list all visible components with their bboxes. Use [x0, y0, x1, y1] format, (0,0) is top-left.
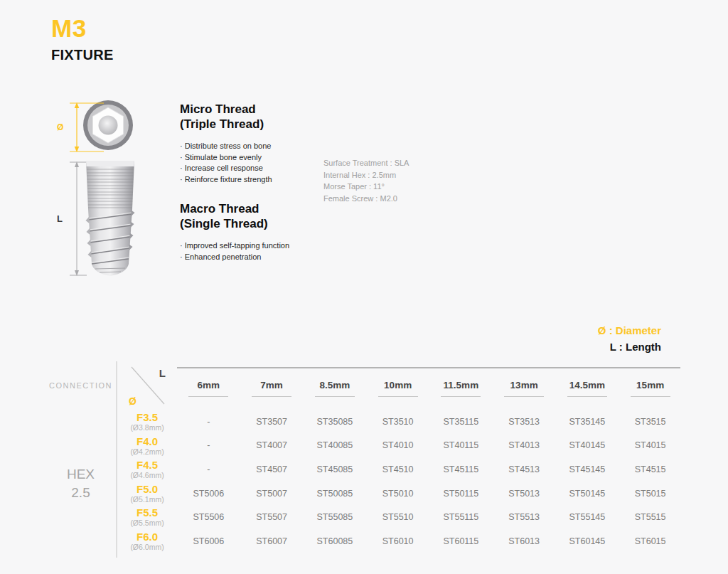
product-code-cell: ST45115	[429, 464, 493, 474]
implant-side-view	[86, 161, 135, 276]
row-label: F6.0(Ø6.0mm)	[117, 531, 177, 551]
length-dimension-arrow	[70, 161, 87, 276]
column-header: 7mm	[240, 361, 304, 410]
product-code-cell: ST50085	[304, 489, 367, 499]
product-code-cell: ST3507	[240, 417, 304, 427]
spec-lines: Surface Treatment : SLAInternal Hex : 2.…	[323, 157, 409, 204]
product-code-cell: ST4507	[240, 464, 304, 474]
product-code-cell: ST5007	[240, 489, 304, 499]
product-code-cell: ST6007	[240, 536, 304, 546]
legend-diameter: Ø : Diameter	[598, 322, 661, 339]
product-code-cell: ST6015	[619, 536, 682, 546]
product-code-cell: ST4007	[240, 440, 304, 450]
product-code-cell: ST60085	[304, 536, 367, 546]
product-code-cell: ST3510	[366, 417, 429, 427]
diameter-symbol-label: Ø	[57, 122, 63, 132]
column-header: 15mm	[619, 361, 682, 410]
column-header-row: L Ø 6mm7mm8.5mm10mm11.5mm13mm14.5mm15mm	[117, 361, 682, 410]
fixture-diameter-sub: (Ø5.5mm)	[117, 519, 177, 527]
spec-line: Surface Treatment : SLA	[323, 157, 409, 169]
table-row: F4.0(Ø4.2mm)-ST4007ST40085ST4010ST40115S…	[117, 434, 682, 458]
connection-value-line1: HEX	[67, 467, 95, 482]
product-code-cell: ST40085	[304, 440, 367, 450]
product-code-cell: ST55115	[429, 512, 493, 522]
product-code-cell: -	[177, 464, 240, 474]
product-code-cell: ST6006	[177, 536, 240, 546]
fixture-size-label: F5.0	[117, 484, 177, 494]
product-code-cell: ST60115	[429, 536, 493, 546]
macro-thread-bullets: · Improved self-tapping function· Enhanc…	[180, 240, 365, 262]
product-code-cell: ST45145	[556, 464, 619, 474]
product-code-cell: ST5506	[177, 512, 240, 522]
corner-length-symbol: L	[159, 367, 166, 379]
product-code-cell: ST60145	[556, 536, 619, 546]
fixture-diameter-sub: (Ø3.8mm)	[117, 424, 177, 432]
product-code-cell: ST3513	[493, 417, 556, 427]
product-code-cell: ST4510	[366, 464, 429, 474]
product-code-cell: ST4015	[619, 440, 682, 450]
micro-thread-heading-line2: (Triple Thread)	[180, 117, 358, 132]
row-label: F4.5(Ø4.6mm)	[117, 459, 177, 479]
product-code-cell: ST4010	[366, 440, 429, 450]
table-main: L Ø 6mm7mm8.5mm10mm11.5mm13mm14.5mm15mm …	[117, 361, 682, 558]
product-code-cell: ST5013	[493, 489, 556, 499]
corner-diameter-symbol: Ø	[129, 395, 136, 407]
macro-thread-heading-line2: (Single Thread)	[180, 216, 358, 231]
macro-bullet: · Enhanced penetration	[180, 252, 365, 263]
fixture-illustration: Ø L	[48, 93, 144, 284]
micro-thread-section: Micro Thread (Triple Thread)	[180, 102, 358, 132]
fixture-size-label: F4.5	[117, 459, 177, 470]
macro-thread-heading-line1: Macro Thread	[180, 201, 358, 216]
corner-cell: L Ø	[117, 361, 177, 410]
product-code-cell: ST6013	[493, 536, 556, 546]
product-code-cell: -	[177, 440, 240, 450]
fixture-size-label: F5.5	[117, 507, 177, 518]
product-code-cell: -	[177, 417, 240, 427]
column-header: 11.5mm	[429, 361, 493, 410]
product-code-cell: ST4013	[493, 440, 556, 450]
product-code-cell: ST5507	[240, 512, 304, 522]
micro-thread-heading-line1: Micro Thread	[180, 102, 358, 117]
implant-top-view	[83, 100, 133, 150]
row-label: F5.0(Ø5.1mm)	[117, 484, 177, 504]
product-code-cell: ST5515	[619, 512, 682, 522]
fixture-size-label: F6.0	[117, 531, 177, 542]
product-code-cell: ST3515	[619, 417, 682, 427]
column-header: 10mm	[366, 361, 429, 410]
catalog-page: M3 FIXTURE	[0, 0, 728, 574]
table-top-rule	[177, 367, 680, 368]
product-code-cell: ST35085	[304, 417, 367, 427]
product-code-cell: ST5510	[366, 512, 429, 522]
column-header: 13mm	[493, 361, 556, 410]
connection-value-line2: 2.5	[71, 485, 90, 500]
product-code-cell: ST4513	[493, 464, 556, 474]
diagonal-divider	[117, 361, 177, 410]
fixture-size-table: CONNECTION HEX 2.5 L Ø 6mm7mm8.5mm10mm11…	[46, 361, 682, 558]
page-subtitle: FIXTURE	[51, 47, 114, 63]
product-code-cell: ST55145	[556, 512, 619, 522]
product-code-cell: ST40115	[429, 440, 493, 450]
product-code-cell: ST5513	[493, 512, 556, 522]
connection-column: CONNECTION HEX 2.5	[46, 361, 117, 558]
table-body: F3.5(Ø3.8mm)-ST3507ST35085ST3510ST35115S…	[117, 410, 682, 553]
page-title: M3	[51, 14, 87, 43]
product-code-cell: ST55085	[304, 512, 367, 522]
table-row: F4.5(Ø4.6mm)-ST4507ST45085ST4510ST45115S…	[117, 457, 682, 482]
fixture-size-label: F3.5	[117, 412, 177, 422]
fixture-diameter-sub: (Ø4.2mm)	[117, 448, 177, 456]
product-code-cell: ST35115	[429, 417, 493, 427]
dimension-legend: Ø : Diameter L : Length	[598, 322, 661, 355]
legend-length: L : Length	[598, 339, 661, 355]
product-code-cell: ST5015	[619, 489, 682, 499]
fixture-diameter-sub: (Ø6.0mm)	[117, 543, 177, 551]
table-row: F3.5(Ø3.8mm)-ST3507ST35085ST3510ST35115S…	[117, 410, 682, 434]
table-row: F5.5(Ø5.5mm)ST5506ST5507ST55085ST5510ST5…	[117, 505, 682, 529]
product-code-cell: ST50115	[429, 489, 493, 499]
column-header: 6mm	[177, 361, 240, 410]
column-header: 8.5mm	[304, 361, 367, 410]
micro-bullet: · Distribute stress on bone	[180, 141, 365, 152]
fixture-diameter-sub: (Ø4.6mm)	[117, 472, 177, 479]
product-code-cell: ST40145	[556, 440, 619, 450]
spec-line: Internal Hex : 2.5mm	[323, 169, 409, 181]
column-header: 14.5mm	[556, 361, 619, 410]
